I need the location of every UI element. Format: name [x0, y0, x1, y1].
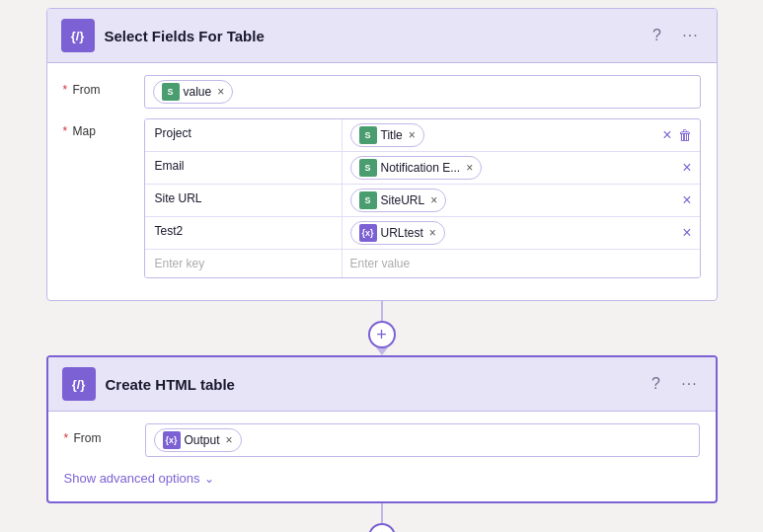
title-token-close[interactable]: ×: [409, 128, 416, 142]
card1-map-row: * Map Project S Title ×: [63, 118, 701, 278]
map-key-test2: Test2: [145, 217, 343, 249]
card2-actions: ? ···: [645, 372, 702, 396]
card2-more-button[interactable]: ···: [678, 372, 702, 396]
siteurl-token: S SiteURL ×: [350, 189, 447, 212]
connector-2: +: [368, 503, 396, 532]
urltest-token-close[interactable]: ×: [429, 226, 436, 240]
notification-token: S Notification E... ×: [350, 156, 483, 180]
card1-map-container: Project S Title × × 🗑: [144, 118, 701, 278]
notification-token-text: Notification E...: [381, 161, 461, 175]
card2-from-token-close[interactable]: ×: [226, 433, 233, 447]
card1-map-label: * Map: [63, 118, 132, 138]
map-value-title: S Title ×: [343, 119, 655, 151]
table-row: Site URL S SiteURL × ×: [145, 185, 700, 217]
map-value-notification: S Notification E... ×: [343, 152, 675, 184]
urltest-token-text: URLtest: [381, 226, 423, 240]
show-advanced-options[interactable]: Show advanced options ⌄: [64, 467, 700, 490]
row1-trash-icon[interactable]: 🗑: [678, 127, 692, 143]
connector-line-bottom: [381, 503, 383, 523]
urltest-token-icon: {x}: [359, 224, 377, 242]
map-row1-actions: × 🗑: [654, 119, 699, 151]
card2-icon-symbol: {/}: [72, 377, 86, 392]
row1-delete-icon[interactable]: ×: [662, 126, 671, 144]
card2-from-row: * From {x} Output ×: [64, 423, 700, 457]
card1-icon: {/}: [61, 19, 95, 52]
table-row: Test2 {x} URLtest × ×: [145, 217, 700, 250]
map-required-star: *: [63, 124, 68, 138]
card2-icon: {/}: [62, 367, 96, 401]
card1-from-row: * From S value ×: [63, 75, 701, 109]
question-icon-2: ?: [651, 375, 660, 393]
card1-body: * From S value × * Map: [47, 63, 717, 300]
card1-actions: ? ···: [646, 24, 703, 47]
question-icon: ?: [652, 27, 661, 44]
siteurl-token-close[interactable]: ×: [430, 193, 437, 207]
card1-from-label: * From: [63, 75, 132, 97]
select-fields-card: {/} Select Fields For Table ? ··· * From: [46, 8, 718, 301]
add-bottom-button[interactable]: +: [368, 523, 396, 532]
more-icon: ···: [682, 27, 698, 44]
card2-body: * From {x} Output × Show advanced option…: [48, 412, 716, 501]
map-value-empty[interactable]: Enter value: [343, 250, 700, 277]
page-layout: {/} Select Fields For Table ? ··· * From: [0, 0, 763, 532]
map-key-empty[interactable]: Enter key: [145, 250, 343, 277]
card1-icon-symbol: {/}: [71, 29, 85, 43]
card1-from-token-text: value: [184, 85, 212, 99]
card2-from-token: {x} Output ×: [154, 428, 242, 452]
card1-from-token-close[interactable]: ×: [217, 85, 224, 99]
arrow-down-1: [376, 347, 388, 355]
row3-delete-icon[interactable]: ×: [682, 191, 691, 209]
card2-header: {/} Create HTML table ? ···: [48, 357, 716, 412]
card2-help-button[interactable]: ?: [645, 372, 668, 396]
title-token: S Title ×: [350, 123, 424, 147]
card1-header: {/} Select Fields For Table ? ···: [47, 9, 717, 63]
more-icon-2: ···: [681, 375, 697, 393]
table-row: Project S Title × × 🗑: [145, 119, 700, 152]
siteurl-token-text: SiteURL: [381, 193, 425, 207]
row4-delete-icon[interactable]: ×: [682, 224, 691, 242]
card1-from-token-icon: S: [162, 83, 180, 101]
map-row2-actions: ×: [674, 152, 699, 184]
connector-1: +: [368, 301, 396, 355]
card2-title: Create HTML table: [106, 376, 635, 393]
show-advanced-label: Show advanced options: [64, 471, 200, 486]
map-value-siteurl: S SiteURL ×: [343, 185, 675, 216]
title-token-text: Title: [381, 128, 403, 142]
card2-from-label: * From: [64, 423, 133, 445]
table-row: Email S Notification E... × ×: [145, 152, 700, 185]
from-required-star: *: [63, 83, 68, 97]
table-row-empty: Enter key Enter value: [145, 250, 700, 277]
card1-more-button[interactable]: ···: [679, 24, 703, 47]
siteurl-token-icon: S: [359, 191, 377, 209]
chevron-down-icon: ⌄: [204, 472, 214, 486]
card2-from-required: *: [64, 431, 69, 445]
notification-token-close[interactable]: ×: [466, 161, 473, 175]
card1-from-token: S value ×: [153, 80, 234, 104]
card1-help-button[interactable]: ?: [646, 24, 669, 47]
create-html-table-card: {/} Create HTML table ? ··· * From: [46, 355, 718, 503]
title-token-icon: S: [359, 126, 377, 144]
map-row3-actions: ×: [674, 185, 699, 216]
add-between-button[interactable]: +: [368, 321, 396, 348]
card1-title: Select Fields For Table: [105, 28, 636, 44]
map-row4-actions: ×: [674, 217, 699, 249]
map-key-project: Project: [145, 119, 343, 151]
map-value-urltest: {x} URLtest ×: [343, 217, 675, 249]
map-key-siteurl: Site URL: [145, 185, 343, 216]
map-table: Project S Title × × 🗑: [144, 118, 701, 278]
connector-line-top: [381, 301, 383, 321]
map-key-email: Email: [145, 152, 343, 184]
notification-token-icon: S: [359, 159, 377, 177]
card2-from-input[interactable]: {x} Output ×: [145, 423, 700, 457]
card2-from-token-icon: {x}: [163, 431, 181, 449]
urltest-token: {x} URLtest ×: [350, 221, 445, 245]
row2-delete-icon[interactable]: ×: [682, 159, 691, 177]
card2-from-token-text: Output: [185, 433, 220, 447]
card1-from-input[interactable]: S value ×: [144, 75, 701, 109]
